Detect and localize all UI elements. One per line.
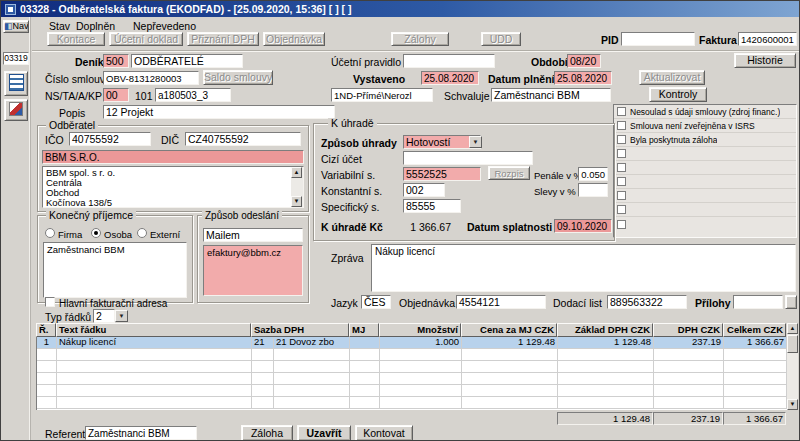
schvaluje-field[interactable]: Zaměstnanci BBM [491, 88, 611, 102]
checkbox-empty[interactable] [617, 205, 626, 214]
checkbox-empty[interactable] [617, 177, 626, 186]
variabilni-field[interactable]: 5552525 [403, 167, 481, 181]
hlavni-adresa-label[interactable]: Hlavní fakturační adresa [59, 298, 167, 309]
checkbox-empty[interactable] [617, 163, 626, 172]
cell-text[interactable]: Nákup licencí [57, 337, 252, 348]
saldo-smlouvy-button[interactable]: Saldo smlouvy [203, 70, 273, 85]
kontovat-button[interactable]: Kontovat [355, 425, 413, 441]
ucetni-pravidlo-field[interactable] [403, 54, 495, 68]
rozpis-button[interactable]: Rozpis [488, 166, 530, 180]
cell-cena[interactable]: 1 129.48 [462, 337, 558, 348]
radio-firma[interactable] [45, 228, 55, 238]
zalohy-button[interactable]: Zálohy [391, 32, 449, 46]
popis-field[interactable]: 12 Projekt [103, 105, 335, 119]
prilohy-browse-button[interactable] [785, 295, 797, 309]
checkbox-empty[interactable] [617, 191, 626, 200]
col-header-dph[interactable]: DPH CZK [653, 323, 723, 337]
cell-mj[interactable] [350, 337, 380, 348]
cell-mnozstvi[interactable]: 1.000 [380, 337, 462, 348]
col-header-mj[interactable]: MJ [349, 323, 379, 337]
historie-button[interactable]: Historie [734, 53, 796, 68]
datum-plneni-field[interactable]: 25.08.2020 [554, 71, 612, 85]
slevy-field[interactable] [578, 183, 608, 197]
col-header-mnozstvi[interactable]: Množství [379, 323, 461, 337]
faktura-number-field[interactable]: 1420600001 [738, 32, 797, 46]
radio-osoba[interactable] [91, 228, 101, 238]
table-scroll-up-icon[interactable]: ▲ [787, 323, 798, 334]
cislo-smlouvy-field[interactable]: OBV-8131280003 [103, 71, 199, 85]
col-header-text[interactable]: Text řádku [56, 323, 251, 337]
title-bar[interactable]: 03328 - Odběratelská faktura (EKODFAD) -… [1, 1, 800, 17]
sidebar-icon-bps[interactable] [4, 71, 28, 96]
zaloha-button[interactable]: Záloha [241, 425, 293, 441]
table-row-empty[interactable] [37, 385, 787, 397]
scroll-up-icon[interactable]: ▲ [291, 167, 302, 178]
ns-field-4[interactable]: 1ND-Přímé\Nerozl [331, 88, 433, 102]
table-row-empty[interactable] [37, 349, 787, 361]
uzavrit-button[interactable]: Uzavřít [297, 425, 351, 441]
denik-code-field[interactable]: 500 [103, 54, 129, 68]
cell-num[interactable]: 1 [37, 337, 57, 348]
prilohy-field[interactable] [733, 295, 783, 309]
col-header-zaklad[interactable]: Základ DPH CZK [557, 323, 653, 337]
table-row-1[interactable]: 1 Nákup licencí 21 21 Dovoz zbo 1.000 1 … [37, 337, 787, 349]
obdobi-field[interactable]: 08/20 [567, 54, 601, 68]
col-header-celkem[interactable]: Celkem CZK [723, 323, 786, 337]
konstantni-field[interactable]: 002 [403, 183, 445, 197]
menu-stav[interactable]: Stav [49, 21, 70, 32]
typ-radku-field[interactable]: 2 [93, 309, 115, 323]
checkbox-empty[interactable] [617, 149, 626, 158]
dic-field[interactable]: CZ40755592 [185, 132, 301, 146]
checkbox-nesoulad[interactable] [617, 107, 626, 116]
table-row-empty[interactable] [37, 397, 787, 409]
cell-sazba-name[interactable]: 21 Dovoz zbo [274, 337, 350, 348]
vystaveno-field[interactable]: 25.08.2020 [421, 71, 479, 85]
checkbox-smlouva-isrs[interactable] [617, 121, 626, 130]
specificky-field[interactable]: 85555 [403, 199, 461, 213]
odeslani-method-field[interactable]: Mailem [203, 228, 303, 242]
referent-field[interactable]: Zaměstnanci BBM [85, 426, 197, 440]
sidebar-icon-module[interactable] [4, 99, 28, 121]
radio-osoba-label[interactable]: Osoba [104, 229, 132, 240]
penale-field[interactable]: 0.050 [578, 167, 608, 181]
checkbox-hlavni-adresa[interactable] [45, 297, 55, 307]
table-scroll-thumb[interactable] [787, 335, 798, 353]
priznani-dph-button[interactable]: Přiznání DPH [187, 32, 259, 46]
ns-field-1[interactable]: 00 [103, 88, 129, 102]
customer-name-field[interactable]: BBM S.R.O. [42, 150, 304, 164]
radio-externi[interactable] [137, 228, 147, 238]
dodaci-list-field[interactable]: 889563322 [607, 295, 687, 309]
radio-externi-label[interactable]: Externí [150, 229, 180, 240]
kontroly-button[interactable]: Kontroly [649, 87, 707, 102]
odeslani-email-box[interactable]: efaktury@bbm.cz [203, 245, 303, 296]
ico-field[interactable]: 40755592 [69, 132, 151, 146]
col-header-radek[interactable]: Ř. [36, 323, 56, 337]
checkbox-empty[interactable] [617, 220, 626, 229]
cell-celkem[interactable]: 1 366.67 [724, 337, 787, 348]
table-row-empty[interactable] [37, 361, 787, 373]
jazyk-field[interactable]: ČES [361, 295, 391, 309]
checkbox-zaloha[interactable] [617, 135, 626, 144]
table-scroll-down-icon[interactable]: ▼ [787, 399, 798, 410]
objednavka-field[interactable]: 4554121 [456, 295, 546, 309]
kontace-button[interactable]: Kontace [47, 32, 105, 46]
udd-button[interactable]: UDD [481, 32, 521, 46]
radio-firma-label[interactable]: Firma [58, 229, 82, 240]
cizi-ucet-field[interactable] [403, 151, 533, 165]
customer-address-box[interactable]: BBM spol. s r. o. Centrála Obchod Kočíno… [42, 166, 304, 208]
col-header-sazba[interactable]: Sazba DPH [251, 323, 349, 337]
objednavka-button[interactable]: Objednávka [263, 32, 325, 46]
denik-name-field[interactable]: ODBĚRATELÉ [131, 54, 243, 68]
cell-dph[interactable]: 237.19 [654, 337, 724, 348]
datum-splatnosti-field[interactable]: 09.10.2020 [554, 219, 612, 233]
col-header-cena[interactable]: Cena za MJ CZK [461, 323, 557, 337]
table-row-empty[interactable] [37, 373, 787, 385]
ucetni-doklad-button[interactable]: Účetní doklad [109, 32, 183, 46]
prijemce-textarea[interactable]: Zaměstnanci BBM [43, 242, 187, 298]
ns-field-3[interactable]: a180503_3 [155, 88, 231, 102]
typ-radku-dropdown-icon[interactable]: ▼ [115, 310, 128, 322]
scroll-down-icon[interactable]: ▼ [291, 196, 302, 207]
aktualizovat-button[interactable]: Aktualizovat [639, 70, 705, 85]
cell-sazba-code[interactable]: 21 [252, 337, 274, 348]
pid-input[interactable] [621, 32, 695, 46]
